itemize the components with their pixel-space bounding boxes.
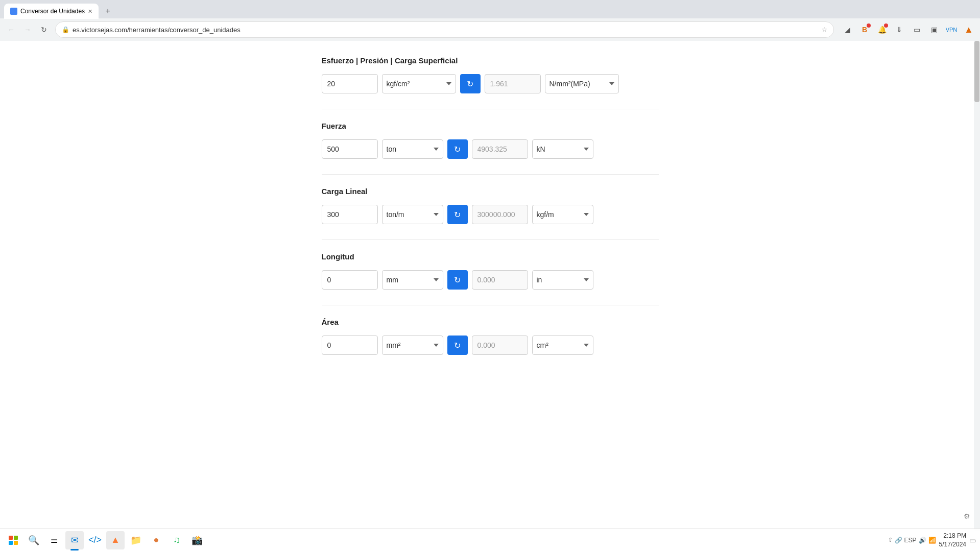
search-icon: 🔍	[28, 535, 39, 546]
esfuerzo-result	[485, 74, 541, 93]
browser-toolbar: ← → ↻ 🔒 es.victorsejas.com/herramientas/…	[0, 18, 980, 41]
longitud-input[interactable]	[322, 270, 378, 290]
area-swap-button[interactable]: ↻	[447, 336, 468, 355]
chevron-up-icon[interactable]: ⇧	[888, 537, 893, 543]
bookmark-icon[interactable]: ☆	[822, 26, 827, 33]
section-fuerza-title: Fuerza	[322, 122, 659, 132]
lang-label[interactable]: ESP	[904, 537, 917, 544]
date-display: 5/17/2024	[939, 540, 966, 549]
longitud-result-unit[interactable]: in mm cm m ft	[532, 270, 593, 290]
bat-icon: B	[862, 26, 867, 34]
longitud-swap-button[interactable]: ↻	[447, 270, 468, 290]
longitud-result	[472, 270, 528, 290]
brave-icon-button[interactable]: ▲	[962, 22, 976, 37]
lock-icon: 🔒	[62, 26, 69, 33]
vpn-icon: VPN	[946, 27, 958, 33]
taskbar-right-area: ⇧ 🔗 ESP 🔊 📶 2:18 PM 5/17/2024 ▭	[888, 532, 976, 549]
esfuerzo-swap-button[interactable]: ↻	[460, 74, 481, 93]
link-icon[interactable]: 🔗	[895, 537, 902, 544]
scrollbar-thumb[interactable]	[974, 41, 979, 102]
gear-icon[interactable]: ⚙	[964, 512, 972, 520]
taskbar-email[interactable]: ✉	[65, 531, 84, 549]
brave-icon: ▲	[111, 535, 120, 545]
refresh-button[interactable]: ↻	[37, 22, 51, 37]
carga-lineal-input-unit[interactable]: ton/m kgf/m kN/m N/m	[382, 205, 443, 224]
tab-favicon	[10, 8, 17, 15]
taskbar-firefox[interactable]: ●	[147, 531, 165, 549]
bookmarks-button[interactable]: ▣	[927, 22, 941, 37]
section-carga-lineal: Carga Lineal ton/m kgf/m kN/m N/m ↻ kgf/…	[322, 187, 659, 224]
converter-container: Esfuerzo | Presión | Carga Superficial k…	[312, 51, 669, 375]
show-desktop-button[interactable]: ▭	[969, 536, 976, 544]
network-icon[interactable]: 📶	[928, 537, 936, 544]
fuerza-input-unit[interactable]: ton kN N kgf	[382, 139, 443, 159]
carga-lineal-input[interactable]	[322, 205, 378, 224]
volume-icon[interactable]: 🔊	[919, 537, 926, 544]
spotify-icon: ♫	[173, 535, 180, 545]
longitud-input-unit[interactable]: mm cm m in ft	[382, 270, 443, 290]
browser-chrome: Conversor de Unidades ✕ + ← → ↻ 🔒 es.vic…	[0, 0, 980, 41]
converter-row-area: mm² cm² m² in² ↻ cm² mm² m² in²	[322, 336, 659, 355]
vscode-icon: </>	[88, 535, 102, 545]
section-area: Área mm² cm² m² in² ↻ cm² mm² m² in²	[322, 318, 659, 355]
taskbar-taskview[interactable]: ⚌	[45, 531, 63, 549]
fuerza-result	[472, 139, 528, 159]
swap-icon-fuerza: ↻	[454, 145, 461, 154]
taskbar-clock[interactable]: 2:18 PM 5/17/2024	[939, 532, 966, 549]
tab-close-button[interactable]: ✕	[88, 8, 92, 15]
screen-icon: ▭	[914, 26, 920, 34]
forward-button[interactable]: →	[20, 22, 35, 37]
swap-icon: ↻	[467, 79, 473, 89]
screenshare-button[interactable]: ▭	[910, 22, 924, 37]
folder-icon: 📁	[130, 535, 141, 546]
taskbar-brave[interactable]: ▲	[106, 531, 125, 549]
tab-title: Conversor de Unidades	[20, 8, 85, 15]
area-result-unit[interactable]: cm² mm² m² in²	[532, 336, 593, 355]
bookmarks-icon: ▣	[931, 26, 938, 34]
esfuerzo-input-unit[interactable]: kgf/cm² N/mm²(MPa) Pa kPa	[382, 74, 456, 93]
swap-icon-area: ↻	[454, 341, 461, 350]
taskbar-spotify[interactable]: ♫	[168, 531, 186, 549]
brave-rewards-button[interactable]: B	[857, 22, 872, 37]
taskview-icon: ⚌	[51, 535, 58, 545]
download-button[interactable]: ⇓	[892, 22, 906, 37]
side-gear-area: ⚙	[964, 512, 972, 520]
fuerza-swap-button[interactable]: ↻	[447, 139, 468, 159]
area-result	[472, 336, 528, 355]
notifications-button[interactable]: 🔔	[875, 22, 889, 37]
carga-lineal-result-unit[interactable]: kgf/m ton/m kN/m N/m	[532, 205, 593, 224]
vpn-button[interactable]: VPN	[944, 22, 959, 37]
section-esfuerzo-title: Esfuerzo | Presión | Carga Superficial	[322, 56, 659, 67]
fuerza-result-unit[interactable]: kN ton N kgf	[532, 139, 593, 159]
download-icon: ⇓	[896, 26, 902, 34]
taskbar-vscode[interactable]: </>	[86, 531, 104, 549]
area-input-unit[interactable]: mm² cm² m² in²	[382, 336, 443, 355]
taskbar-files[interactable]: 📁	[127, 531, 145, 549]
start-button[interactable]	[4, 531, 22, 549]
back-button[interactable]: ←	[4, 22, 18, 37]
address-bar[interactable]: 🔒 es.victorsejas.com/herramientas/conver…	[55, 21, 834, 38]
carga-lineal-swap-button[interactable]: ↻	[447, 205, 468, 224]
section-fuerza: Fuerza ton kN N kgf ↻ kN ton N kgf	[322, 122, 659, 159]
section-longitud: Longitud mm cm m in ft ↻ in mm cm	[322, 252, 659, 290]
section-carga-lineal-title: Carga Lineal	[322, 187, 659, 198]
firefox-icon: ●	[154, 535, 159, 545]
notification-badge	[867, 23, 871, 28]
taskbar-search[interactable]: 🔍	[25, 531, 43, 549]
scrollbar-track[interactable]	[974, 41, 980, 531]
email-icon: ✉	[71, 535, 79, 546]
divider-4	[322, 305, 659, 305]
taskbar: 🔍 ⚌ ✉ </> ▲ 📁 ● ♫ 📸 ⇧ 🔗 ESP 🔊 📶 2:18 PM	[0, 529, 980, 551]
divider-3	[322, 239, 659, 240]
esfuerzo-result-unit[interactable]: N/mm²(MPa) kgf/cm² Pa kPa	[545, 74, 619, 93]
esfuerzo-input[interactable]	[322, 74, 378, 93]
area-input[interactable]	[322, 336, 378, 355]
brave-logo: ▲	[964, 25, 973, 35]
extensions-button[interactable]: ◢	[840, 22, 854, 37]
active-tab[interactable]: Conversor de Unidades ✕	[4, 4, 99, 19]
swap-icon-carga-lineal: ↻	[454, 210, 461, 220]
fuerza-input[interactable]	[322, 139, 378, 159]
new-tab-button[interactable]: +	[101, 4, 115, 18]
taskbar-photos[interactable]: 📸	[188, 531, 206, 549]
converter-row-esfuerzo: kgf/cm² N/mm²(MPa) Pa kPa ↻ N/mm²(MPa) k…	[322, 74, 659, 93]
